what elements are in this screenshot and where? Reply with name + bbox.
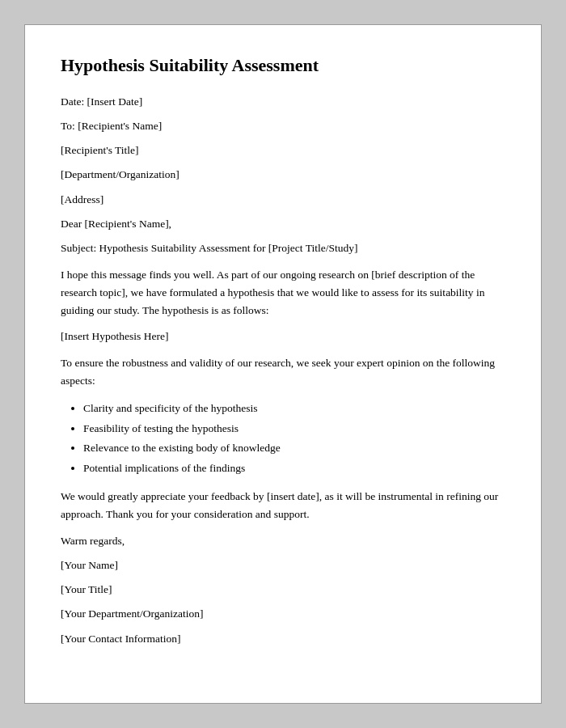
document-title: Hypothesis Suitability Assessment <box>61 54 505 78</box>
address-line: [Address] <box>61 192 505 208</box>
list-item: Potential implications of the findings <box>83 459 505 478</box>
your-title: [Your Title] <box>61 582 505 598</box>
document-page: Hypothesis Suitability Assessment Date: … <box>24 24 542 704</box>
dear-line: Dear [Recipient's Name], <box>61 216 505 232</box>
date-line: Date: [Insert Date] <box>61 94 505 110</box>
your-contact: [Your Contact Information] <box>61 631 505 647</box>
to-line: To: [Recipient's Name] <box>61 118 505 134</box>
aspects-list: Clarity and specificity of the hypothesi… <box>83 400 505 479</box>
list-item: Feasibility of testing the hypothesis <box>83 420 505 438</box>
body-paragraph-2: To ensure the robustness and validity of… <box>61 354 505 389</box>
body-paragraph-1: I hope this message finds you well. As p… <box>61 266 505 319</box>
closing-line: Warm regards, <box>61 533 505 549</box>
list-item: Clarity and specificity of the hypothesi… <box>83 400 505 418</box>
department-line: [Department/Organization] <box>61 167 505 183</box>
subject-line: Subject: Hypothesis Suitability Assessme… <box>61 240 505 256</box>
recipient-title: [Recipient's Title] <box>61 142 505 159</box>
hypothesis-placeholder: [Insert Hypothesis Here] <box>61 328 505 345</box>
list-item: Relevance to the existing body of knowle… <box>83 439 505 458</box>
your-department: [Your Department/Organization] <box>61 606 505 622</box>
your-name: [Your Name] <box>61 557 505 574</box>
body-paragraph-3: We would greatly appreciate your feedbac… <box>61 488 505 523</box>
